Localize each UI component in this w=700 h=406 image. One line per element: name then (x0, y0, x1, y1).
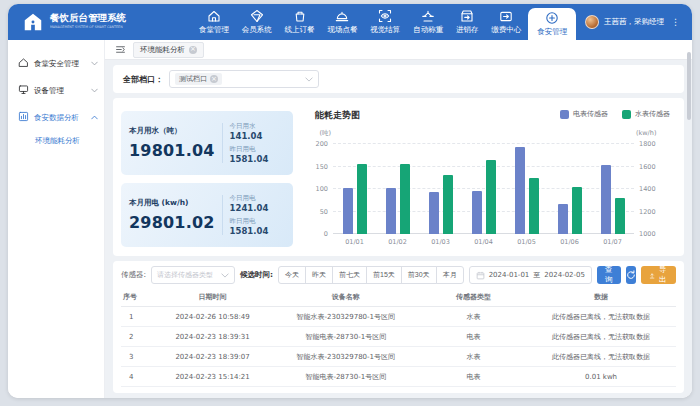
stall-selected-tag: 测试档口 (175, 73, 222, 85)
bar-electric[interactable] (429, 192, 439, 234)
nav-item-member[interactable]: 会员系统 (236, 4, 278, 40)
nav-item-weigh[interactable]: 自动称重 (407, 4, 449, 40)
table-header-cell: 数据 (526, 288, 676, 306)
date-range-picker[interactable]: 2024-01-01 至 2024-02-05 (469, 266, 592, 284)
bar-electric[interactable] (472, 191, 482, 234)
table-row[interactable]: 12024-02-26 10:58:49智能水表-230329780-1号区间水… (121, 307, 676, 327)
avatar (585, 15, 599, 29)
quick-range-4[interactable]: 前30天 (401, 266, 437, 284)
bar-water[interactable] (357, 164, 367, 234)
main-area: 环境能耗分析 全部档口： 测试档口 (105, 40, 692, 398)
legend-water[interactable]: 水表传感器 (622, 109, 670, 119)
quick-range-1[interactable]: 昨天 (305, 266, 333, 284)
quick-range-5[interactable]: 本月 (436, 266, 464, 284)
export-button[interactable]: 导出 (641, 266, 677, 284)
sidebar-item-canteen-safety[interactable]: 食堂安全管理 (8, 50, 104, 77)
bar-electric[interactable] (601, 165, 611, 234)
water-month-value: 19801.04 (129, 141, 215, 160)
electric-today-label: 今日用电 (230, 194, 285, 203)
legend-label: 电表传感器 (573, 109, 608, 119)
bar-electric[interactable] (343, 188, 353, 234)
nav-item-inventory[interactable]: 进销存 (450, 4, 485, 40)
legend-electric[interactable]: 电表传感器 (560, 109, 608, 119)
app-window: 餐饮后台管理系统 MANAGEMENT SYSTEM OF SMART CANT… (8, 4, 692, 398)
date-end[interactable]: 2024-02-05 (544, 271, 585, 279)
tab-strip: 环境能耗分析 (105, 40, 692, 60)
store-icon (460, 9, 474, 23)
stall-filter-label: 全部档口： (123, 74, 163, 85)
stall-tag-close-icon[interactable] (210, 75, 218, 83)
stat-cards: 本月用水（吨） 19801.04 今日用水 141.04 昨日用电 1581 (121, 111, 293, 247)
x-axis-label: 01/06 (560, 238, 579, 246)
bar-electric[interactable] (515, 147, 525, 234)
scale-icon (421, 9, 435, 23)
sensor-type-select[interactable]: 请选择传感器类型 (151, 266, 235, 284)
scrollbar-thumb[interactable] (687, 52, 691, 120)
bar-water[interactable] (529, 178, 539, 234)
nav-item-payment[interactable]: 缴费中心 (485, 4, 527, 40)
bar-water[interactable] (615, 198, 625, 234)
top-header: 餐饮后台管理系统 MANAGEMENT SYSTEM OF SMART CANT… (8, 4, 692, 40)
table-row[interactable]: 32024-02-23 18:39:07智能水表-230329780-1号区间水… (121, 347, 676, 367)
electric-yesterday-label: 昨日用电 (230, 217, 285, 226)
left-axis-tick: 200 (316, 140, 333, 148)
chevron-down-icon (91, 59, 98, 68)
table-cell: 此传感器已离线，无法获取数据 (526, 347, 676, 366)
bar-water[interactable] (400, 164, 410, 234)
quick-range-group: 今天昨天前七天前15天前30天本月 (278, 266, 464, 284)
sensor-select-placeholder: 请选择传感器类型 (157, 270, 213, 280)
table-cell: 智能电表-28730-1号区间 (271, 327, 421, 346)
table-cell: 智能水表-230329780-1号区间 (271, 387, 421, 393)
collapse-menu-icon[interactable] (115, 44, 126, 55)
app-title: 餐饮后台管理系统 (50, 12, 182, 25)
chevron-down-icon (305, 77, 313, 82)
user-box[interactable]: 王茜茜，采购经理 ⋮ (577, 4, 692, 40)
date-start[interactable]: 2024-01-01 (489, 271, 530, 279)
left-axis-tick: 0 (324, 230, 333, 238)
electric-today-value: 1241.04 (230, 203, 285, 213)
legend-swatch (622, 110, 631, 119)
quick-range-3[interactable]: 前15天 (366, 266, 402, 284)
tab-energy-analysis[interactable]: 环境能耗分析 (133, 42, 204, 58)
bar-water[interactable] (572, 187, 582, 234)
right-axis-tick: 1800 (634, 140, 656, 148)
sidebar-subitem-energy-analysis[interactable]: 环境能耗分析 (8, 131, 104, 151)
bar-water[interactable] (486, 160, 496, 234)
refresh-button[interactable] (626, 266, 636, 284)
search-button[interactable]: 查询 (597, 266, 621, 284)
table-row[interactable]: 42024-02-23 15:14:21智能电表-28730-1号区间电表0.0… (121, 367, 676, 387)
nav-item-order[interactable]: 线上订餐 (279, 4, 321, 40)
quick-range-2[interactable]: 前七天 (332, 266, 367, 284)
export-button-label: 导出 (658, 265, 668, 285)
nav-item-dinein[interactable]: 现场点餐 (321, 4, 363, 40)
table-row[interactable]: 22024-02-23 18:39:31智能电表-28730-1号区间电表此传感… (121, 327, 676, 347)
sidebar-item-data-analysis[interactable]: 食安数据分析 (8, 104, 104, 131)
right-axis-tick: 1000 (634, 230, 656, 238)
table-header-row: 序号日期时间设备名称传感器类型数据 (121, 288, 676, 307)
table-cell: 电表 (421, 327, 526, 346)
nav-item-canteen[interactable]: 食堂管理 (193, 4, 235, 40)
bag-icon (293, 9, 307, 23)
nav-item-food-safety[interactable]: 食安管理 (528, 8, 576, 40)
right-axis-tick: 1200 (634, 208, 656, 216)
bar-water[interactable] (443, 175, 453, 234)
house-icon (207, 9, 221, 23)
nav-item-label: 线上订餐 (285, 25, 315, 35)
bar-electric[interactable] (558, 204, 568, 234)
gem-icon (250, 9, 264, 23)
table-cell: 2024-02-23 18:39:07 (154, 348, 271, 365)
bar-electric[interactable] (386, 188, 396, 234)
sidebar-item-device-mgmt[interactable]: 设备管理 (8, 77, 104, 104)
table-cell: 水表 (421, 347, 526, 366)
stall-select[interactable]: 测试档口 (169, 70, 319, 88)
home-icon (18, 57, 29, 70)
user-menu-icon[interactable]: ⋮ (669, 17, 682, 27)
nav-item-visual[interactable]: 视觉结算 (364, 4, 406, 40)
app-subtitle: MANAGEMENT SYSTEM OF SMART CANTEEN (50, 25, 123, 29)
table-row[interactable]: 52024-02-23 15:13:25智能水表-230329780-1号区间水… (121, 387, 676, 393)
chart-legend: 电表传感器水表传感器 (560, 109, 670, 119)
tab-close-icon[interactable] (189, 46, 197, 54)
quick-range-0[interactable]: 今天 (278, 266, 306, 284)
electric-stat-card: 本月用电 (kw/h) 29801.02 今日用电 1241.04 昨日用电 (121, 183, 293, 247)
legend-label: 水表传感器 (635, 109, 670, 119)
